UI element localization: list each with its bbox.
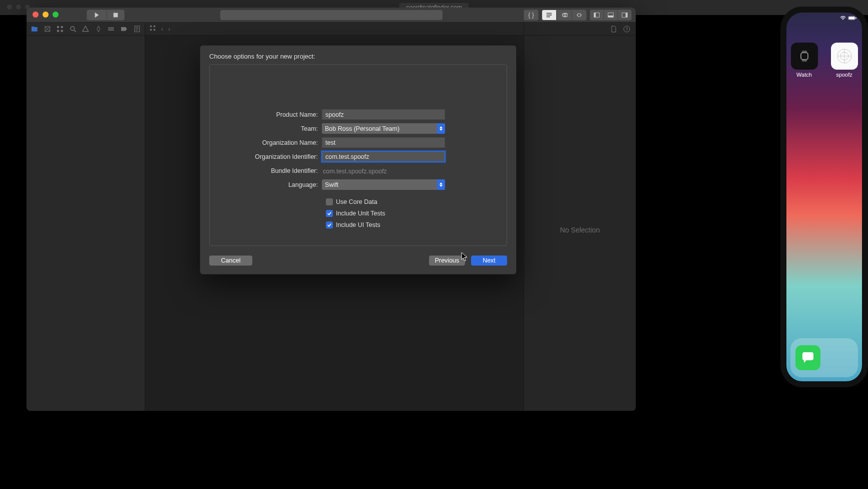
sheet-title: Choose options for your new project: — [200, 46, 516, 64]
core-data-checkbox-label: Use Core Data — [336, 198, 377, 205]
svg-rect-29 — [855, 18, 856, 19]
svg-rect-18 — [108, 28, 114, 29]
simulator-dock — [790, 338, 858, 377]
find-navigator-icon[interactable] — [69, 25, 77, 33]
related-items-icon[interactable] — [149, 25, 156, 33]
utilities-empty-label: No Selection — [524, 226, 636, 234]
xcode-titlebar: { } — [27, 8, 636, 23]
team-popup[interactable]: Bob Ross (Personal Team) — [322, 123, 445, 134]
editor-mode-standard[interactable] — [542, 10, 557, 21]
test-navigator-icon[interactable] — [95, 25, 103, 33]
unit-tests-checkbox-label: Include Unit Tests — [336, 210, 385, 217]
toggle-debug-area-button[interactable] — [604, 10, 618, 21]
editor-mode-assistant[interactable] — [557, 10, 572, 21]
next-button[interactable]: Next — [471, 256, 507, 266]
source-control-navigator-icon[interactable] — [44, 25, 52, 33]
file-inspector-icon[interactable] — [610, 25, 618, 33]
new-project-options-sheet: Choose options for your new project: Pro… — [200, 45, 517, 275]
toolbar-activity-view — [220, 10, 443, 20]
product-name-label: Product Name: — [210, 111, 322, 118]
minimize-window-button[interactable] — [43, 12, 49, 18]
svg-text:?: ? — [625, 27, 628, 32]
watch-app-icon — [791, 43, 818, 70]
back-icon[interactable]: ‹ — [161, 26, 163, 33]
svg-rect-3 — [547, 17, 550, 18]
sim-app-watch-label: Watch — [796, 72, 812, 78]
toggle-utilities-button[interactable] — [618, 10, 632, 21]
svg-rect-28 — [849, 17, 854, 19]
issue-navigator-icon[interactable] — [82, 25, 90, 33]
code-review-button[interactable]: { } — [524, 10, 539, 21]
svg-rect-14 — [61, 26, 63, 28]
chevron-updown-icon — [437, 179, 445, 190]
svg-rect-22 — [154, 26, 156, 28]
sim-app-spoofz[interactable]: spoofz — [831, 43, 858, 78]
ui-tests-checkbox[interactable] — [326, 221, 333, 228]
debug-navigator-icon[interactable] — [107, 25, 115, 33]
svg-rect-9 — [608, 16, 614, 18]
org-id-label: Organization Identifier: — [210, 153, 322, 160]
bundle-id-label: Bundle Identifier: — [210, 167, 322, 174]
svg-rect-32 — [801, 53, 808, 60]
team-popup-value: Bob Ross (Personal Team) — [325, 125, 399, 132]
utilities-pane: ? No Selection — [524, 23, 636, 411]
svg-rect-21 — [150, 26, 152, 28]
close-window-button[interactable] — [33, 12, 39, 18]
bundle-id-value: com.test.spoofz.spoofz — [322, 168, 387, 175]
cancel-button[interactable]: Cancel — [209, 256, 252, 266]
report-navigator-icon[interactable] — [133, 25, 141, 33]
svg-rect-19 — [108, 29, 114, 30]
editor-mode-version[interactable] — [572, 10, 587, 21]
svg-rect-2 — [547, 15, 552, 16]
org-id-input[interactable] — [322, 151, 445, 162]
team-label: Team: — [210, 125, 322, 132]
svg-rect-7 — [594, 13, 596, 18]
svg-rect-24 — [154, 29, 156, 31]
language-label: Language: — [210, 181, 322, 188]
symbol-navigator-icon[interactable] — [56, 25, 64, 33]
chevron-updown-icon — [437, 123, 445, 134]
svg-rect-1 — [547, 13, 552, 14]
sim-app-spoofz-label: spoofz — [836, 72, 852, 78]
svg-rect-0 — [114, 13, 118, 18]
project-navigator-icon[interactable] — [31, 25, 39, 33]
language-popup[interactable]: Swift — [322, 179, 445, 190]
quick-help-icon[interactable]: ? — [623, 25, 631, 33]
editor-tab-bar: ‹ › — [145, 23, 524, 36]
messages-app-icon[interactable] — [795, 345, 820, 370]
wifi-icon — [840, 16, 846, 22]
core-data-checkbox[interactable] — [326, 198, 333, 205]
stop-button[interactable] — [107, 10, 125, 21]
svg-point-17 — [71, 27, 75, 31]
ios-simulator: Watch spoofz — [780, 7, 868, 387]
sheet-body: Product Name: Team: Bob Ross (Personal T… — [209, 64, 507, 246]
breakpoint-navigator-icon[interactable] — [120, 25, 128, 33]
org-name-input[interactable] — [322, 137, 445, 148]
language-popup-value: Swift — [325, 181, 338, 188]
svg-rect-15 — [57, 30, 59, 32]
zoom-window-button[interactable] — [53, 12, 59, 18]
svg-rect-13 — [57, 26, 59, 28]
svg-rect-16 — [61, 30, 63, 32]
org-name-label: Organization Name: — [210, 139, 322, 146]
spoofz-app-icon — [831, 43, 858, 70]
toggle-navigator-button[interactable] — [590, 10, 604, 21]
svg-rect-11 — [626, 13, 628, 18]
unit-tests-checkbox[interactable] — [326, 210, 333, 217]
ui-tests-checkbox-label: Include UI Tests — [336, 221, 380, 228]
product-name-input[interactable] — [322, 109, 445, 120]
battery-icon — [848, 16, 857, 22]
simulator-status-bar — [840, 16, 857, 22]
xcode-window: { } — [27, 8, 636, 411]
sim-app-watch[interactable]: Watch — [791, 43, 818, 78]
svg-rect-23 — [150, 29, 152, 31]
forward-icon[interactable]: › — [168, 26, 170, 33]
navigator-pane — [27, 23, 145, 411]
previous-button[interactable]: Previous — [429, 256, 465, 266]
run-button[interactable] — [87, 10, 107, 21]
